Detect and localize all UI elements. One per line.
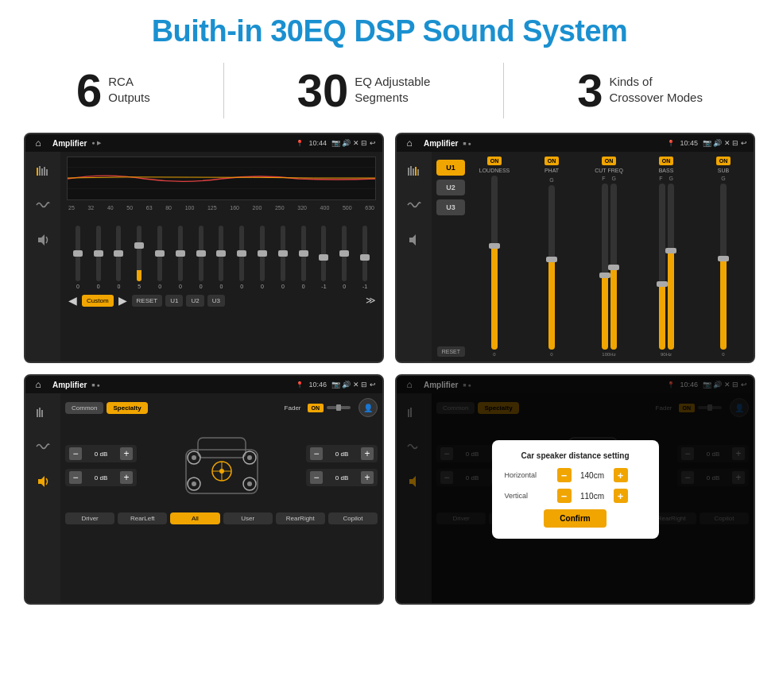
home-icon-1: ⌂ — [32, 137, 45, 149]
bass-toggle[interactable]: ON — [659, 157, 674, 165]
dot-icons-3: ■ ● — [91, 382, 99, 388]
vol-val-tl: 0 dB — [84, 451, 118, 458]
vol-plus-bl[interactable]: + — [120, 471, 133, 484]
loudness-toggle[interactable]: ON — [487, 157, 502, 165]
bass-g-slider[interactable] — [668, 184, 674, 350]
svg-point-29 — [192, 481, 196, 486]
car-diagram — [174, 422, 269, 509]
reset-btn-1[interactable]: RESET — [132, 295, 163, 307]
common-tab-1[interactable]: Common — [65, 402, 103, 414]
stat-number-crossover: 3 — [577, 68, 603, 114]
dialog-vertical-minus[interactable]: − — [557, 489, 572, 503]
sidebar-eq3-icon[interactable] — [31, 400, 55, 423]
sidebar-1 — [25, 152, 60, 362]
vol-minus-tl[interactable]: − — [69, 447, 82, 460]
copilot-btn-1[interactable]: Copilot — [328, 512, 378, 524]
sidebar-wave-icon[interactable] — [31, 193, 55, 217]
custom-btn[interactable]: Custom — [82, 295, 114, 307]
confirm-button[interactable]: Confirm — [544, 509, 606, 528]
dot-icons-2: ■ ● — [463, 141, 471, 146]
status-bar-3: ⌂ Amplifier ■ ● 📍 10:46 📷 🔊 ✕ ⊟ ↩ — [25, 376, 382, 393]
speaker-controls-right-1: − 0 dB + − 0 dB + — [306, 445, 378, 486]
vol-minus-bl[interactable]: − — [69, 471, 82, 484]
all-btn-1[interactable]: All — [170, 512, 219, 524]
vol-plus-tr[interactable]: + — [361, 447, 374, 460]
bass-f-slider[interactable] — [659, 184, 665, 350]
app-name-3: Amplifier — [52, 381, 87, 389]
home-icon-3: ⌂ — [32, 378, 45, 391]
sidebar-eq-icon[interactable] — [31, 158, 55, 182]
fader1-main-content: Common Specialty Fader ON 👤 − 0 dB + — [60, 393, 382, 603]
fader-on-toggle-1[interactable]: ON — [308, 404, 324, 412]
cutfreq-toggle[interactable]: ON — [602, 157, 617, 165]
app-name-1: Amplifier — [52, 139, 87, 148]
rearleft-btn-1[interactable]: RearLeft — [118, 512, 167, 524]
eq-slider-0: 0 — [68, 226, 87, 289]
time-1: 10:44 — [308, 139, 327, 147]
reset-btn-2[interactable]: RESET — [437, 346, 465, 357]
u3-btn-1[interactable]: U3 — [207, 295, 225, 307]
vol-row-bl: − 0 dB + — [65, 469, 137, 486]
vol-plus-br[interactable]: + — [361, 471, 374, 484]
screen-body-2: U1 U2 U3 RESET ON LOUDNESS — [397, 152, 754, 362]
prev-btn[interactable]: ◀ — [67, 292, 79, 308]
cutfreq-g-slider[interactable] — [610, 184, 617, 350]
dot-icons-1: ● ▶ — [91, 140, 100, 146]
sidebar-wave2-icon[interactable] — [402, 193, 426, 217]
specialty-tab-1[interactable]: Specialty — [107, 402, 147, 414]
stat-crossover: 3 Kinds ofCrossover Modes — [577, 68, 703, 114]
svg-marker-5 — [38, 234, 45, 246]
stat-divider-2 — [503, 63, 504, 118]
u1-preset[interactable]: U1 — [436, 160, 465, 176]
sub-toggle[interactable]: ON — [716, 157, 731, 165]
phat-slider[interactable] — [548, 185, 555, 350]
vol-val-br: 0 dB — [325, 474, 358, 481]
app-name-2: Amplifier — [424, 139, 458, 148]
vol-row-br: − 0 dB + — [306, 469, 378, 486]
status-bar-1: ⌂ Amplifier ● ▶ 📍 10:44 📷 🔊 ✕ ⊟ ↩ — [25, 134, 382, 152]
dialog-horizontal-minus[interactable]: − — [557, 468, 572, 482]
eq-sliders: 0 0 0 5 0 0 0 0 0 0 0 0 -1 0 — [67, 214, 376, 289]
svg-rect-3 — [44, 167, 45, 176]
vol-plus-tl[interactable]: + — [120, 447, 133, 460]
dialog-vertical-plus[interactable]: + — [614, 489, 628, 503]
sidebar-speaker-icon[interactable] — [31, 228, 55, 252]
loudness-slider[interactable] — [491, 176, 498, 350]
phat-toggle[interactable]: ON — [545, 157, 560, 165]
vol-minus-tr[interactable]: − — [310, 447, 323, 460]
sub-slider[interactable] — [720, 184, 727, 350]
sidebar-wave3-icon[interactable] — [31, 435, 55, 458]
dialog-horizontal-plus[interactable]: + — [614, 468, 628, 482]
home-icon-2: ⌂ — [403, 137, 416, 149]
fader-slider-icon — [327, 402, 351, 413]
sidebar-eq2-icon[interactable] — [402, 158, 426, 182]
sidebar-speaker3-icon[interactable] — [31, 470, 55, 493]
u1-btn-1[interactable]: U1 — [165, 295, 183, 307]
xo-sub: ON SUB G 0 — [698, 157, 749, 357]
speaker-controls-left-1: − 0 dB + − 0 dB + — [65, 445, 137, 486]
next-btn[interactable]: ▶ — [117, 292, 129, 308]
location-icon-3: 📍 — [296, 381, 304, 389]
svg-rect-4 — [46, 169, 48, 176]
status-icons-2: 📷 🔊 ✕ ⊟ ↩ — [703, 139, 747, 147]
stat-number-rca: 6 — [76, 68, 102, 114]
u2-btn-1[interactable]: U2 — [186, 295, 203, 307]
status-icons-3: 📷 🔊 ✕ ⊟ ↩ — [331, 381, 376, 389]
fader-person-icon[interactable]: 👤 — [358, 398, 378, 417]
sidebar-speaker2-icon[interactable] — [402, 228, 426, 252]
bottom-btns-1: Driver RearLeft All User RearRight Copil… — [65, 512, 378, 524]
user-btn-1[interactable]: User — [223, 512, 273, 524]
driver-btn-1[interactable]: Driver — [65, 512, 114, 524]
speaker-diagram-1 — [143, 422, 300, 509]
svg-rect-16 — [37, 409, 38, 417]
rearright-btn-1[interactable]: RearRight — [276, 512, 325, 524]
location-icon-2: 📍 — [667, 140, 675, 147]
cutfreq-f-slider[interactable] — [602, 184, 608, 350]
u2-preset[interactable]: U2 — [436, 180, 465, 195]
u3-preset[interactable]: U3 — [436, 199, 465, 215]
sidebar-2 — [397, 152, 432, 362]
vol-minus-br[interactable]: − — [310, 471, 323, 484]
time-2: 10:45 — [680, 139, 698, 147]
vol-row-tr: − 0 dB + — [306, 445, 378, 462]
location-icon-1: 📍 — [296, 140, 304, 147]
